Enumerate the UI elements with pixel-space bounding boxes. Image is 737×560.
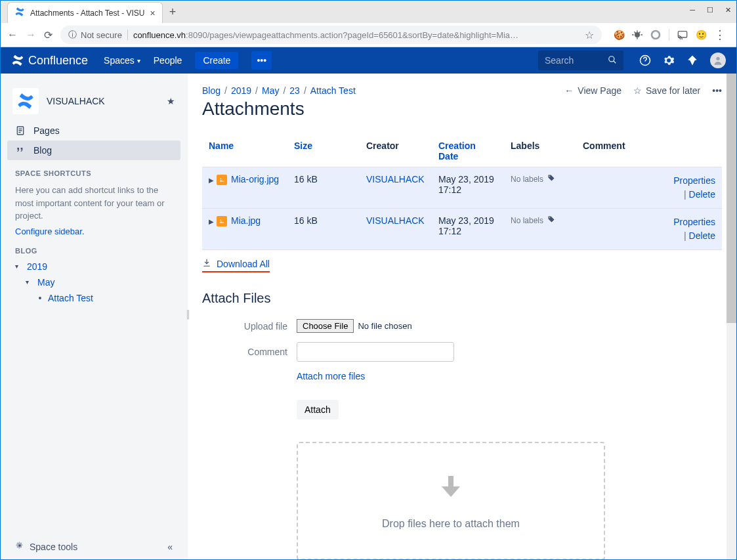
help-icon[interactable]: [639, 54, 651, 66]
tag-icon[interactable]: [547, 215, 555, 225]
configure-sidebar-link[interactable]: Configure sidebar.: [7, 225, 180, 238]
delete-link[interactable]: Delete: [689, 189, 715, 200]
security-indicator[interactable]: ⓘ Not secure: [68, 29, 122, 41]
expand-icon[interactable]: ▶: [209, 177, 217, 184]
cell-creator[interactable]: VISUALHACK: [360, 167, 432, 209]
tree-month[interactable]: ▾ May: [7, 274, 180, 290]
scrollbar-thumb[interactable]: [726, 74, 736, 323]
cast-icon[interactable]: [677, 30, 688, 40]
insecure-label: Not secure: [81, 30, 122, 40]
gear-icon: [15, 541, 24, 552]
nav-reload-icon[interactable]: ⟳: [44, 29, 53, 41]
breadcrumb-item[interactable]: Blog: [202, 85, 221, 96]
divider: [127, 30, 128, 40]
choose-file-button[interactable]: Choose File: [297, 319, 354, 333]
attach-more-files-link[interactable]: Attach more files: [297, 371, 365, 381]
tree-leaf[interactable]: • Attach Test: [7, 290, 180, 306]
new-tab-button[interactable]: +: [163, 5, 183, 19]
vertical-scrollbar[interactable]: [726, 74, 736, 560]
bookmark-star-icon[interactable]: ☆: [585, 29, 594, 41]
extension-circle-icon[interactable]: [650, 30, 661, 40]
cell-creator[interactable]: VISUALHACK: [360, 209, 432, 250]
confluence-header: Confluence Spaces ▾ People Create •••: [1, 47, 736, 74]
action-label: View Page: [578, 85, 621, 96]
breadcrumb-item[interactable]: 23: [289, 85, 300, 96]
download-all-link[interactable]: Download All: [202, 258, 270, 272]
chevron-down-icon: ▾: [137, 57, 140, 64]
svg-point-8: [221, 179, 222, 180]
notification-icon[interactable]: [686, 54, 698, 66]
tree-year[interactable]: ▾ 2019: [7, 259, 180, 274]
tree-label: May: [37, 277, 54, 288]
collapse-sidebar-icon[interactable]: «: [167, 542, 173, 552]
browser-menu-icon[interactable]: ⋮: [714, 28, 726, 42]
page-more-button[interactable]: •••: [712, 85, 722, 96]
upload-file-label: Upload file: [202, 321, 287, 332]
nav-forward-icon[interactable]: →: [26, 29, 36, 41]
delete-link[interactable]: Delete: [689, 230, 715, 241]
file-dropzone[interactable]: Drop files here to attach them: [297, 442, 605, 560]
attach-button[interactable]: Attach: [297, 400, 339, 420]
tab-close-icon[interactable]: ×: [150, 8, 156, 18]
profile-avatar-icon[interactable]: 🙂: [696, 30, 706, 40]
breadcrumb-item[interactable]: May: [262, 85, 279, 96]
col-size[interactable]: Size: [287, 135, 360, 167]
search-input[interactable]: [545, 55, 597, 66]
user-avatar[interactable]: [710, 53, 726, 68]
properties-link[interactable]: Properties: [673, 217, 715, 227]
sidebar: VISUALHACK ★ Pages Blog SPACE SHORTCUTS …: [1, 74, 188, 560]
chevron-down-icon: ▾: [26, 278, 33, 286]
save-for-later-button[interactable]: ☆ Save for later: [633, 85, 700, 96]
section-blog: BLOG: [7, 238, 180, 259]
ellipsis-icon: •••: [257, 55, 266, 66]
browser-chrome: ─ ☐ ✕ Attachments - Attach Test - VISU ×…: [1, 1, 736, 47]
arrow-left-icon: ←: [564, 85, 574, 96]
search-box[interactable]: [538, 51, 623, 70]
confluence-logo[interactable]: Confluence: [11, 54, 88, 68]
col-name[interactable]: Name: [202, 135, 287, 167]
svg-point-3: [609, 56, 614, 61]
space-tools-button[interactable]: Space tools: [15, 541, 77, 552]
image-file-icon: [217, 175, 227, 185]
sidebar-item-blog[interactable]: Blog: [7, 140, 180, 160]
ellipsis-icon: •••: [712, 85, 722, 96]
properties-link[interactable]: Properties: [673, 175, 715, 186]
breadcrumb: Blog/ 2019/ May/ 23/ Attach Test: [202, 85, 356, 96]
expand-icon[interactable]: ▶: [209, 218, 217, 225]
attachments-table: Name Size Creator Creation Date Labels C…: [202, 135, 722, 250]
extension-bug-icon[interactable]: [632, 30, 642, 40]
tag-icon[interactable]: [547, 174, 555, 184]
file-name-link[interactable]: Mia.jpg: [231, 215, 261, 226]
breadcrumb-item[interactable]: Attach Test: [310, 85, 356, 96]
more-button[interactable]: •••: [251, 51, 272, 70]
nav-spaces[interactable]: Spaces ▾: [104, 55, 140, 66]
nav-back-icon[interactable]: ←: [7, 29, 18, 41]
file-name-link[interactable]: Mia-orig.jpg: [231, 174, 279, 184]
extension-cookie-icon[interactable]: 🍪: [614, 30, 624, 40]
url-text: confluence.vh:8090/pages/viewpageattachm…: [133, 30, 579, 40]
download-icon: [202, 258, 211, 269]
settings-gear-icon[interactable]: [663, 54, 675, 66]
space-star-icon[interactable]: ★: [167, 96, 175, 106]
view-page-button[interactable]: ← View Page: [564, 85, 621, 96]
confluence-favicon-icon: [14, 7, 25, 19]
browser-tab[interactable]: Attachments - Attach Test - VISU ×: [7, 2, 163, 23]
quote-icon: [15, 145, 26, 156]
search-icon[interactable]: [608, 55, 617, 66]
sidebar-item-pages[interactable]: Pages: [7, 121, 180, 140]
svg-point-5: [716, 57, 719, 60]
svg-point-11: [549, 217, 551, 219]
breadcrumb-item[interactable]: 2019: [231, 85, 251, 96]
address-bar[interactable]: ⓘ Not secure confluence.vh:8090/pages/vi…: [60, 26, 602, 44]
cell-labels: No labels: [511, 215, 570, 225]
col-comment: Comment: [576, 135, 722, 167]
divider: [669, 29, 669, 41]
cell-labels: No labels: [511, 174, 570, 184]
space-logo-icon[interactable]: [12, 88, 39, 114]
col-creation-date[interactable]: Creation Date: [432, 135, 504, 167]
nav-people[interactable]: People: [154, 55, 182, 66]
action-label: Save for later: [646, 85, 700, 96]
space-name[interactable]: VISUALHACK: [47, 96, 159, 106]
comment-input[interactable]: [297, 342, 454, 362]
create-button[interactable]: Create: [195, 52, 238, 69]
